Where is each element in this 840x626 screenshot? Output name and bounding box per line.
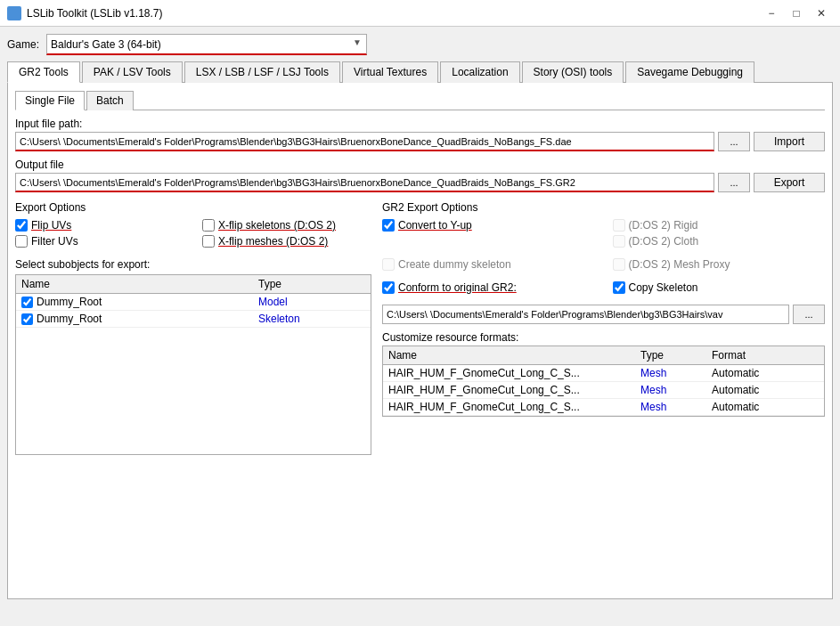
dos2-cloth-label: (D:OS 2) Cloth	[629, 235, 699, 248]
tab-lsx-lsb[interactable]: LSX / LSB / LSF / LSJ Tools	[184, 61, 340, 83]
dos2-mesh-proxy-row: (D:OS 2) Mesh Proxy	[613, 258, 826, 271]
output-file-path[interactable]: C:\Users\ \Documents\Emerald's Folder\Pr…	[15, 173, 714, 192]
dos2-rigid-checkbox	[613, 219, 625, 232]
resource-row-0[interactable]: HAIR_HUM_F_GnomeCut_Long_C_S... Mesh Aut…	[383, 365, 824, 382]
gr2-checkboxes-row3: Conform to original GR2: Copy Skeleton	[382, 281, 825, 297]
tab-localization[interactable]: Localization	[440, 61, 519, 83]
tab-virtual-textures[interactable]: Virtual Textures	[342, 61, 438, 83]
gr2-copy-skeleton-col: Copy Skeleton	[613, 281, 826, 297]
input-file-path[interactable]: C:\Users\ \Documents\Emerald's Folder\Pr…	[15, 132, 714, 151]
subobjects-table-body: Dummy_Root Model Dummy_Root Skeleton	[16, 294, 371, 454]
window-controls: − □ ✕	[760, 4, 833, 22]
maximize-button[interactable]: □	[785, 4, 808, 22]
header-name: Name	[21, 278, 258, 290]
header-type: Type	[258, 278, 365, 290]
app-title: LSLib Toolkit (LSLib v1.18.7)	[27, 7, 760, 20]
input-browse-button[interactable]: ...	[718, 132, 750, 151]
main-tabs-bar: GR2 Tools PAK / LSV Tools LSX / LSB / LS…	[7, 61, 833, 83]
app-icon	[7, 6, 21, 20]
conform-original-checkbox[interactable]	[382, 281, 395, 294]
conform-original-label: Conform to original GR2:	[398, 281, 517, 294]
resource-row-1[interactable]: HAIR_HUM_F_GnomeCut_Long_C_S... Mesh Aut…	[383, 382, 824, 399]
xflip-skeletons-row: X-flip skeletons (D:OS 2)	[202, 219, 371, 232]
resource-formats-label: Customize resource formats:	[382, 331, 825, 344]
export-options-title: Export Options	[15, 201, 371, 214]
tab-pak-lsv[interactable]: PAK / LSV Tools	[82, 61, 183, 83]
right-column: GR2 Export Options Convert to Y-up (D:OS…	[382, 201, 825, 455]
resource-type-1: Mesh	[640, 384, 712, 396]
output-browse-button[interactable]: ...	[718, 173, 750, 192]
export-checkboxes: Flip UVs Filter UVs X-flip skeletons (D:…	[15, 219, 371, 251]
subobjects-label: Select subobjects for export:	[15, 258, 371, 271]
tab-story[interactable]: Story (OSI) tools	[522, 61, 624, 83]
inner-tab-single-file[interactable]: Single File	[15, 91, 85, 110]
subobject-0-checkbox[interactable]	[21, 297, 33, 308]
left-checkboxes: Flip UVs Filter UVs	[15, 219, 184, 251]
dos2-rigid-row: (D:OS 2) Rigid	[613, 219, 826, 232]
dos2-mesh-proxy-label: (D:OS 2) Mesh Proxy	[629, 258, 730, 271]
subobject-1-checkbox[interactable]	[21, 313, 33, 325]
xflip-skeletons-checkbox[interactable]	[202, 219, 215, 232]
import-button[interactable]: Import	[754, 132, 825, 151]
copy-skeleton-checkbox[interactable]	[613, 281, 625, 294]
resource-table-header: Name Type Format	[383, 346, 824, 365]
dos2-cloth-row: (D:OS 2) Cloth	[613, 235, 826, 248]
right-checkboxes: X-flip skeletons (D:OS 2) X-flip meshes …	[202, 219, 371, 251]
dos2-rigid-label: (D:OS 2) Rigid	[629, 219, 698, 232]
skeleton-path-row: C:\Users\ \Documents\Emerald's Folder\Pr…	[382, 305, 825, 324]
minimize-button[interactable]: −	[760, 4, 783, 22]
input-file-row: C:\Users\ \Documents\Emerald's Folder\Pr…	[15, 132, 825, 151]
dos2-cloth-checkbox	[613, 235, 625, 248]
subobject-name-1: Dummy_Root	[21, 313, 258, 325]
create-dummy-label: Create dummy skeleton	[398, 258, 511, 271]
gr2-checkboxes-row1: Convert to Y-up (D:OS 2) Rigid (D:OS 2) …	[382, 219, 825, 251]
flip-uvs-row: Flip UVs	[15, 219, 184, 232]
inner-tabs: Single File Batch	[15, 90, 825, 110]
gr2-right-col-1: (D:OS 2) Rigid (D:OS 2) Cloth	[613, 219, 826, 251]
copy-skeleton-label: Copy Skeleton	[629, 281, 698, 294]
title-bar: LSLib Toolkit (LSLib v1.18.7) − □ ✕	[0, 0, 840, 27]
resource-table: Name Type Format HAIR_HUM_F_GnomeCut_Lon…	[382, 346, 825, 417]
two-col-layout: Export Options Flip UVs Filter UVs	[15, 201, 825, 455]
input-file-label: Input file path:	[15, 118, 825, 130]
tab-savegame[interactable]: Savegame Debugging	[625, 61, 754, 83]
input-file-group: Input file path: C:\Users\ \Documents\Em…	[15, 118, 825, 151]
resource-type-0: Mesh	[640, 367, 712, 379]
export-button[interactable]: Export	[754, 173, 825, 192]
resource-format-1: Automatic	[712, 384, 819, 396]
resource-row-2[interactable]: HAIR_HUM_F_GnomeCut_Long_C_S... Mesh Aut…	[383, 399, 824, 416]
tab-gr2-tools[interactable]: GR2 Tools	[7, 61, 80, 83]
resource-header-type: Type	[640, 349, 712, 362]
resource-format-2: Automatic	[712, 401, 819, 413]
subobjects-table-header: Name Type	[16, 275, 371, 294]
subobject-name-0: Dummy_Root	[21, 296, 258, 308]
resource-format-0: Automatic	[712, 367, 819, 379]
skeleton-browse-button[interactable]: ...	[793, 305, 825, 324]
gr2-checkboxes-row2: Create dummy skeleton (D:OS 2) Mesh Prox…	[382, 258, 825, 274]
table-row[interactable]: Dummy_Root Model	[16, 294, 371, 311]
resource-type-2: Mesh	[640, 401, 712, 413]
game-label: Game:	[7, 38, 39, 51]
flip-uvs-checkbox[interactable]	[15, 219, 28, 232]
subobject-type-0: Model	[258, 296, 365, 308]
xflip-meshes-label: X-flip meshes (D:OS 2)	[218, 235, 328, 248]
gr2-left-col: Convert to Y-up	[382, 219, 595, 251]
resource-name-1: HAIR_HUM_F_GnomeCut_Long_C_S...	[388, 384, 640, 396]
game-select[interactable]: Baldur's Gate 3 (64-bit)	[46, 34, 367, 55]
xflip-meshes-checkbox[interactable]	[202, 235, 215, 248]
subobjects-section: Select subobjects for export: Name Type …	[15, 258, 371, 455]
resource-header-format: Format	[712, 349, 819, 362]
filter-uvs-label: Filter UVs	[31, 235, 78, 248]
filter-uvs-checkbox[interactable]	[15, 235, 28, 248]
inner-tab-batch[interactable]: Batch	[86, 91, 134, 110]
close-button[interactable]: ✕	[810, 4, 833, 22]
create-dummy-row: Create dummy skeleton	[382, 258, 595, 271]
resource-name-0: HAIR_HUM_F_GnomeCut_Long_C_S...	[388, 367, 640, 379]
skeleton-path-field[interactable]: C:\Users\ \Documents\Emerald's Folder\Pr…	[382, 305, 789, 324]
resource-header-name: Name	[388, 349, 640, 362]
conform-original-row: Conform to original GR2:	[382, 281, 595, 294]
resource-table-body: HAIR_HUM_F_GnomeCut_Long_C_S... Mesh Aut…	[383, 365, 824, 416]
gr2-export-title: GR2 Export Options	[382, 201, 825, 214]
convert-yup-checkbox[interactable]	[382, 219, 395, 232]
table-row[interactable]: Dummy_Root Skeleton	[16, 311, 371, 328]
